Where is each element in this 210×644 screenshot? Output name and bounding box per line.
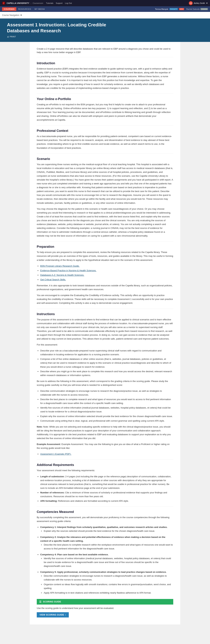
course-nav-label: Course Navigation <box>2 14 20 16</box>
coach-section: Rachel Salcedo COACH <box>186 8 208 10</box>
user-avatar: AS <box>189 1 193 5</box>
comp4-label: Competency 4: Plan care based on the bes… <box>40 553 109 556</box>
length-label: Length of submission: <box>40 475 65 478</box>
comp2-sub-list: Describe the best places to complete res… <box>44 543 173 550</box>
page-header: Assessment 1 Instructions: Locating Cred… <box>0 18 210 42</box>
coach-role: COACH <box>200 8 208 10</box>
section-instructions: Instructions The purpose of this assessm… <box>37 312 173 456</box>
user-dropdown-icon[interactable]: ▼ <box>206 2 208 4</box>
instructions-bullets-list: Describe your role as a baccalaureate-pr… <box>40 349 173 377</box>
list-item: Explain why the sources selected should … <box>44 529 173 533</box>
section-para-instructions-3: Be sure to address the following in this… <box>37 379 173 387</box>
list-item: Competency 4: Plan care based on the bes… <box>40 553 173 568</box>
section-heading-professional-context: Professional Context <box>37 129 173 133</box>
print-button[interactable]: 🖨 PRINT <box>7 36 16 38</box>
section-heading-instructions: Instructions <box>37 312 173 316</box>
scoring-guide-bar: ☰ SCORING GUIDE <box>37 599 173 604</box>
section-para-scenario-2: You may choose the diagnosis for the pat… <box>37 207 173 238</box>
competencies-list: Competency 1: Interpret findings from sc… <box>40 525 173 595</box>
section-para-introduction: Evidence-based practice (EBP) integrates… <box>37 67 173 90</box>
capella-logo-icon: C <box>2 2 5 5</box>
list-item: Organize content so ideas flow logically… <box>44 582 173 590</box>
scoring-bar-icon: ☰ <box>39 600 42 603</box>
section-introduction: Introduction Evidence-based practice (EB… <box>37 62 173 90</box>
section-scenario: Scenario You are supervising three nurse… <box>37 157 173 238</box>
resources-tab[interactable]: RESOURCES <box>16 7 33 11</box>
prep-link-4[interactable]: Get Critical Search Skills. <box>40 278 66 281</box>
comp1-sub-list: Explain why the sources selected should … <box>44 529 173 533</box>
prep-link-3[interactable]: Databases A-Z: Nursing & Health Sciences… <box>40 274 84 276</box>
view-scoring-label: VIEW SCORING GUIDE <box>40 614 64 616</box>
list-item: Identify five sources of online informat… <box>40 406 173 414</box>
list-item: Identify five sources of online informat… <box>44 556 173 568</box>
tutorials-link[interactable]: Tutorials <box>46 2 53 4</box>
section-para-preparation-2: Remember, it is also appropriate to look… <box>37 284 173 291</box>
preparation-links-list: BSN Program Library Research Guide. Evid… <box>40 264 173 282</box>
section-para-competencies-intro: By successfully completing this assessme… <box>37 516 173 523</box>
list-item: Evidence-Based Practice in Nursing & Hea… <box>40 269 173 272</box>
list-item: Apply APA formatting to in-text citation… <box>44 591 173 595</box>
additional-bullets-list: Length of submission: 2-4 pages (not inc… <box>40 475 173 503</box>
note-content: Note: While you are not selecting and ev… <box>37 426 171 440</box>
section-para-instructions-2: For this assessment: <box>37 343 173 347</box>
section-para-preparation-3: You are encouraged to complete the Evalu… <box>37 294 173 305</box>
prep-link-2[interactable]: Evidence-Based Practice in Nursing & Hea… <box>40 269 96 272</box>
section-heading-competencies: Competencies Measured <box>37 510 173 514</box>
section-para-preparation: To help ensure you are prepared to compl… <box>37 250 173 262</box>
section-competencies: Competencies Measured By successfully co… <box>37 510 173 595</box>
faculty-role-badge: FACULTY <box>169 8 178 10</box>
mymedia-tab[interactable]: MY MEDIA <box>33 7 47 11</box>
list-item: Describe communication strategies to enc… <box>40 389 173 397</box>
section-eportfolio: Your Online e-Portfolio Creating an ePor… <box>37 97 173 122</box>
list-item: Describe the best places to complete res… <box>40 398 173 405</box>
section-professional-context: Professional Context As a baccalaureate-… <box>37 129 173 150</box>
list-item: Competency 5: Apply professional, schola… <box>40 570 173 595</box>
note-label: Note: <box>37 426 43 428</box>
coach-name: Rachel Salcedo <box>186 8 200 10</box>
view-scoring-guide-button[interactable]: VIEW SCORING GUIDE › <box>37 612 69 618</box>
top-nav-links: Tutorials Support Log Out <box>46 2 72 4</box>
scoring-guide-description: Use the scoring guide to understand how … <box>37 606 173 610</box>
comp1-label: Competency 1: Interpret findings from sc… <box>40 526 167 528</box>
list-item: BSN Program Library Research Guide. <box>40 264 173 268</box>
secondary-navigation: COURSES RESOURCES MY MEDIA Teresa Marqul… <box>0 6 210 12</box>
print-label: PRINT <box>10 36 16 38</box>
list-item: Describe your role as a baccalaureate-pr… <box>40 349 173 356</box>
university-name: CAPELLA UNIVERSITY <box>7 2 29 4</box>
list-item: Communicate using writing that is clear,… <box>40 419 173 423</box>
faculty-name: Teresa Marqule <box>155 8 168 10</box>
list-item: Competency 1: Interpret findings from sc… <box>40 525 173 533</box>
example-link[interactable]: Assessment 1 Example (PDF). <box>40 453 71 455</box>
list-item: Describe where you might go in the work … <box>40 370 173 377</box>
logo-area: C CAPELLA UNIVERSITY | Courseroom <box>2 2 43 5</box>
section-para-additional-intro: Your assessment should meet the followin… <box>37 468 173 472</box>
new-badge: NEW <box>179 8 184 10</box>
section-heading-additional: Additional Requirements <box>37 463 173 467</box>
section-heading-eportfolio: Your Online e-Portfolio <box>37 97 173 101</box>
courses-tab[interactable]: COURSES <box>2 7 16 11</box>
course-nav-dropdown-icon[interactable]: ▼ <box>20 14 22 16</box>
section-preparation: Preparation To help ensure you are prepa… <box>37 245 173 305</box>
list-item: APA formatting: References and citations… <box>40 499 173 503</box>
section-para-instructions-1: The purpose of this assessment is to und… <box>37 318 173 341</box>
section-para-note: Note: Note: While you are not selecting … <box>37 425 173 440</box>
courseroom-label: Courseroom <box>33 2 43 4</box>
logout-link[interactable]: Log Out <box>65 2 72 4</box>
apa-label: APA formatting: <box>40 500 58 502</box>
comp5-label: Competency 5: Apply professional, schola… <box>40 571 166 573</box>
section-para-example: Example Assessment: Example Assessment: … <box>37 442 173 450</box>
secondary-nav-tabs: COURSES RESOURCES MY MEDIA <box>2 7 47 11</box>
top-nav-left: C CAPELLA UNIVERSITY | Courseroom Tutori… <box>2 2 72 5</box>
comp2-label: Competency 2: Analyze the relevance and … <box>40 536 165 542</box>
references-label: Number of references: <box>40 491 65 494</box>
course-navigation-bar: Course Navigation ▼ <box>0 12 210 18</box>
example-label: Example Assessment: <box>37 443 61 446</box>
print-icon: 🖨 <box>7 36 9 38</box>
faculty-badge: Teresa Marqule FACULTY NEW <box>155 8 184 10</box>
section-para-eportfolio: Creating an ePortfolio is not required i… <box>37 103 173 122</box>
support-link[interactable]: Support <box>56 2 63 4</box>
user-name: Ashley Smith <box>194 2 205 4</box>
scoring-guide-label: SCORING GUIDE <box>43 600 61 603</box>
separator: | <box>31 2 31 4</box>
prep-link-1[interactable]: BSN Program Library Research Guide. <box>40 265 80 267</box>
